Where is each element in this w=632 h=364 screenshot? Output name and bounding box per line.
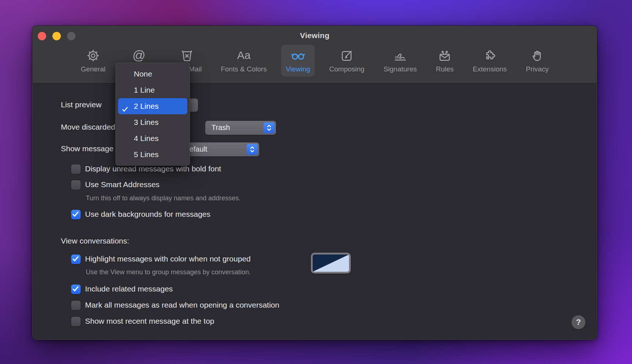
checkbox-label: Use Smart Addresses (85, 180, 159, 189)
highlight-subtitle: Use the View menu to group messages by c… (86, 268, 251, 276)
menu-item-2-lines[interactable]: 2 Lines (118, 98, 187, 114)
glasses-icon (290, 47, 306, 64)
menu-item-label: 1 Line (134, 86, 155, 94)
svg-text:@: @ (132, 48, 146, 62)
toolbar-label: General (81, 65, 106, 73)
puzzle-icon (482, 47, 497, 64)
toolbar-item-extensions[interactable]: Extensions (468, 45, 512, 77)
message-headers-popup[interactable]: Default (178, 142, 259, 156)
menu-item-3-lines[interactable]: 3 Lines (118, 114, 187, 130)
list-preview-dropdown-menu: None 1 Line 2 Lines 3 Lines 4 Lines 5 Li… (115, 63, 190, 166)
move-discarded-popup[interactable]: Trash (205, 121, 276, 135)
toolbar-label: Rules (436, 65, 454, 73)
svg-text:x: x (395, 54, 397, 60)
highlight-color-well[interactable] (311, 253, 351, 274)
menu-item-label: None (134, 70, 152, 78)
checkbox-recent-at-top[interactable] (71, 317, 81, 326)
desktop-wallpaper: Viewing General @ Accounts (0, 0, 632, 364)
toolbar-item-general[interactable]: General (76, 45, 110, 77)
checkbox-mark-all-read[interactable] (71, 301, 81, 310)
toolbar-label: Extensions (473, 65, 507, 73)
gear-icon (86, 47, 100, 64)
toolbar-item-viewing[interactable]: Viewing (281, 45, 315, 77)
menu-item-label: 5 Lines (134, 150, 159, 159)
checkbox-dark-backgrounds[interactable] (71, 210, 81, 219)
svg-text:Aa: Aa (237, 49, 251, 61)
toolbar-item-signatures[interactable]: x Signatures (379, 45, 422, 77)
menu-item-none[interactable]: None (118, 66, 187, 82)
toolbar-label: Composing (329, 65, 364, 73)
checkbox-label: Use dark backgrounds for messages (85, 210, 210, 219)
checkbox-display-unread[interactable] (71, 164, 81, 174)
toolbar-label: Viewing (286, 65, 310, 73)
smart-addresses-subtitle: Turn this off to always display names an… (86, 194, 240, 202)
menu-item-label: 3 Lines (134, 118, 159, 126)
toolbar-item-privacy[interactable]: Privacy (521, 45, 554, 77)
at-sign-icon: @ (132, 47, 146, 64)
menu-item-5-lines[interactable]: 5 Lines (118, 146, 187, 163)
menu-item-4-lines[interactable]: 4 Lines (118, 130, 187, 146)
checkbox-smart-addresses[interactable] (71, 180, 81, 190)
rules-envelope-icon (437, 47, 452, 64)
window-title: Viewing (32, 31, 597, 40)
checkbox-label: Include related messages (85, 285, 173, 293)
color-swatch (313, 255, 349, 272)
toolbar-label: Privacy (526, 65, 549, 73)
checkbox-highlight-color[interactable] (71, 255, 81, 264)
checkbox-label: Highlight messages with color when not g… (85, 255, 251, 263)
mail-preferences-window: Viewing General @ Accounts (32, 26, 597, 340)
hand-icon (530, 47, 545, 64)
toolbar-label: Signatures (383, 65, 417, 73)
stepper-icon (264, 122, 275, 133)
checkbox-label: Display unread messages with bold font (85, 164, 221, 173)
toolbar-item-fonts-colors[interactable]: Aa Fonts & Colors (216, 45, 272, 77)
checkbox-label: Show most recent message at the top (85, 317, 214, 326)
menu-item-label: 2 Lines (134, 102, 159, 110)
checkbox-include-related[interactable] (71, 285, 81, 294)
list-preview-label: List preview (61, 100, 102, 109)
move-discarded-value: Trash (212, 123, 230, 132)
help-button[interactable]: ? (572, 315, 585, 329)
toolbar-label: Fonts & Colors (221, 65, 267, 73)
fonts-icon: Aa (234, 47, 253, 64)
toolbar-item-composing[interactable]: Composing (324, 45, 369, 77)
menu-item-1-line[interactable]: 1 Line (118, 82, 187, 98)
signature-icon: x (392, 47, 409, 64)
compose-icon (339, 47, 354, 64)
stepper-icon (247, 144, 258, 155)
toolbar-item-rules[interactable]: Rules (431, 45, 459, 77)
junk-trash-icon (180, 47, 194, 64)
menu-item-label: 4 Lines (134, 134, 159, 142)
checkbox-label: Mark all messages as read when opening a… (85, 301, 279, 309)
view-conversations-heading: View conversations: (61, 237, 129, 245)
